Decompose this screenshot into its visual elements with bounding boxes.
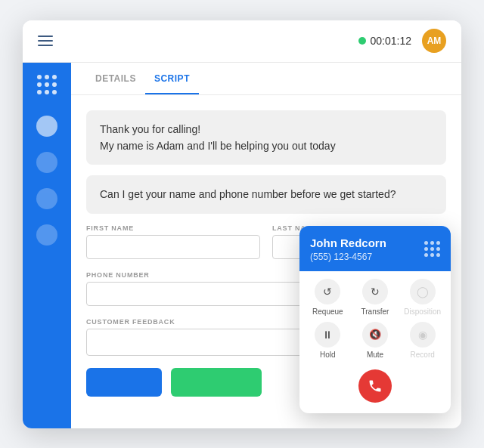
avatar: AM <box>422 29 446 53</box>
sidebar-nav-item-1[interactable] <box>36 116 57 137</box>
timer-display: 00:01:12 <box>371 35 412 47</box>
dialpad-icon[interactable] <box>424 241 440 257</box>
sidebar-grid-icon[interactable] <box>37 75 57 94</box>
tab-script[interactable]: SCRIPT <box>145 63 199 94</box>
transfer-button[interactable]: ↻ Transfer <box>353 279 398 316</box>
caller-name: John Redcorn <box>310 236 386 249</box>
first-name-group: FIRST NAME <box>86 224 260 259</box>
call-widget: John Redcorn (555) 123-4567 ↺ Requeue <box>299 226 451 413</box>
hold-button[interactable]: ⏸ Hold <box>306 322 350 359</box>
tab-details[interactable]: DETAILS <box>86 63 145 94</box>
sidebar-nav-item-3[interactable] <box>36 188 57 209</box>
save-button[interactable] <box>171 368 262 397</box>
requeue-label: Requeue <box>312 307 343 316</box>
script-bubble-1: Thank you for calling! My name is Adam a… <box>86 110 446 165</box>
top-bar: 00:01:12 AM <box>23 20 461 63</box>
caller-info: John Redcorn (555) 123-4567 <box>310 236 386 262</box>
active-indicator <box>358 37 366 45</box>
transfer-icon: ↻ <box>362 279 388 304</box>
mute-button[interactable]: 🔇 Mute <box>353 322 398 359</box>
menu-icon[interactable] <box>38 36 53 46</box>
record-icon: ◉ <box>410 322 436 348</box>
record-button: ◉ Record <box>400 322 445 359</box>
disposition-label: Disposition <box>404 307 441 316</box>
app-container: 00:01:12 AM <box>23 20 461 428</box>
hold-label: Hold <box>320 351 336 359</box>
record-label: Record <box>411 351 435 359</box>
first-name-label: FIRST NAME <box>86 224 260 232</box>
hold-icon: ⏸ <box>315 322 340 348</box>
sidebar-nav-item-4[interactable] <box>36 224 57 246</box>
tabs: DETAILS SCRIPT <box>71 63 461 95</box>
requeue-icon: ↺ <box>315 279 340 304</box>
disposition-icon: ◯ <box>410 279 436 304</box>
end-call-row <box>299 365 451 413</box>
mute-label: Mute <box>367 351 383 359</box>
disposition-button: ◯ Disposition <box>400 279 445 316</box>
caller-number: (555) 123-4567 <box>310 252 386 262</box>
call-widget-actions: ↺ Requeue ↻ Transfer ◯ Disposition ⏸ Hol… <box>299 271 451 365</box>
sidebar <box>23 63 71 428</box>
first-name-input[interactable] <box>86 235 260 259</box>
mute-icon: 🔇 <box>362 322 388 348</box>
call-timer: 00:01:12 <box>358 35 412 47</box>
sidebar-nav-item-2[interactable] <box>36 152 57 173</box>
top-bar-right: 00:01:12 AM <box>358 29 447 53</box>
transfer-label: Transfer <box>361 307 389 316</box>
script-bubble-2: Can I get your name and phone number bef… <box>86 175 446 213</box>
submit-button[interactable] <box>86 368 162 397</box>
requeue-button[interactable]: ↺ Requeue <box>306 279 350 316</box>
call-widget-header: John Redcorn (555) 123-4567 <box>299 226 451 271</box>
end-call-button[interactable] <box>358 369 392 403</box>
